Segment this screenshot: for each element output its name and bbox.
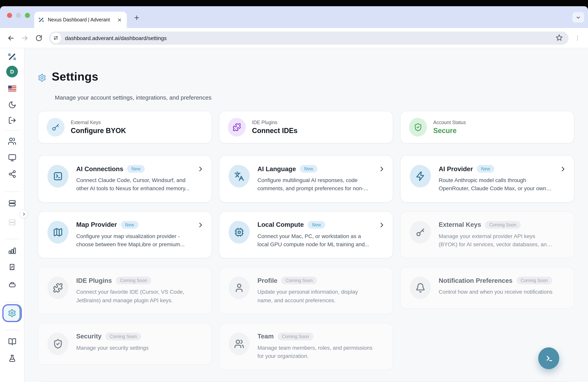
reload-button[interactable] xyxy=(33,32,45,44)
puzzle-icon xyxy=(47,277,68,299)
shield-check-icon xyxy=(409,118,427,137)
close-window-button[interactable] xyxy=(7,13,12,18)
new-badge: New xyxy=(300,165,317,173)
coming-soon-badge: Coming Soon xyxy=(516,277,552,285)
sidebar-divider xyxy=(5,191,19,192)
card-description: Configure multilingual AI responses, cod… xyxy=(257,176,383,193)
user-avatar[interactable]: D xyxy=(6,66,18,77)
tab-title: Nexus Dashboard | Adverant xyxy=(48,17,116,22)
site-settings-icon[interactable] xyxy=(51,33,61,43)
terminal-prompt-icon xyxy=(544,354,553,363)
zap-icon xyxy=(410,165,431,188)
card-title: External Keys xyxy=(439,221,481,228)
coming-soon-badge: Coming Soon xyxy=(105,333,141,340)
browser-tabstrip: Nexus Dashboard | Adverant xyxy=(0,6,588,28)
settings-card-security: Security Coming Soon Manage your securit… xyxy=(38,323,212,365)
nexus-logo-icon[interactable] xyxy=(7,52,17,62)
back-button[interactable] xyxy=(5,32,17,44)
coming-soon-badge: Coming Soon xyxy=(278,333,313,340)
settings-card-local-compute[interactable]: Local Compute New Connect your Mac, PC, … xyxy=(219,211,393,258)
browser-window: Nexus Dashboard | Adverant xyxy=(0,0,588,382)
card-title: Security xyxy=(76,333,102,340)
new-badge: New xyxy=(127,165,145,173)
tab-close-icon[interactable] xyxy=(116,17,123,23)
minimize-window-button[interactable] xyxy=(16,13,21,18)
summary-cards-row: External Keys Configure BYOK IDE Plugins… xyxy=(38,111,574,144)
bar-chart-nav-icon[interactable] xyxy=(7,245,17,255)
chevron-right-icon xyxy=(378,166,385,172)
coming-soon-badge: Coming Soon xyxy=(116,277,151,285)
card-description: Manage your external provider API keys (… xyxy=(439,232,565,249)
chevron-right-icon xyxy=(197,222,204,228)
settings-gear-icon xyxy=(8,309,16,318)
settings-card-ai-connections[interactable]: AI Connections New Connect Claude Code, … xyxy=(38,155,212,202)
chevron-right-icon xyxy=(378,222,385,228)
graph-share-nav-icon[interactable] xyxy=(7,169,17,179)
terminal-square-icon xyxy=(47,165,68,188)
page-subtitle: Manage your account settings, integratio… xyxy=(55,94,574,101)
users-icon xyxy=(229,333,250,355)
app-root: D xyxy=(0,48,588,382)
new-badge: New xyxy=(121,221,138,229)
desktop-top-strip xyxy=(0,0,588,6)
card-title: AI Provider xyxy=(439,165,473,172)
browser-toolbar: dashboard.adverant.ai/dashboard/settings xyxy=(0,28,588,48)
new-tab-button[interactable] xyxy=(131,12,142,22)
monitor-nav-icon[interactable] xyxy=(7,152,17,163)
zoom-window-button[interactable] xyxy=(25,13,30,18)
browser-menu-icon[interactable] xyxy=(572,32,583,44)
card-title: Team xyxy=(257,333,274,340)
flask-nav-icon[interactable] xyxy=(7,353,17,363)
sidebar-item-settings-active[interactable] xyxy=(2,304,22,322)
settings-card-ai-provider[interactable]: AI Provider New Route Anthropic model ca… xyxy=(400,155,574,202)
settings-card-external-keys: External Keys Coming Soon Manage your ex… xyxy=(400,211,574,258)
dark-mode-moon-icon[interactable] xyxy=(7,100,17,110)
sidebar-divider xyxy=(5,130,19,131)
chevron-right-icon xyxy=(560,166,566,172)
summary-card-account-status[interactable]: Account Status Secure xyxy=(400,111,574,144)
summary-card-ide-plugins[interactable]: IDE Plugins Connect IDEs xyxy=(219,111,393,144)
us-flag-icon[interactable] xyxy=(7,83,17,93)
settings-card-map-provider[interactable]: Map Provider New Configure your map visu… xyxy=(38,211,212,258)
map-icon xyxy=(47,221,68,243)
settings-page: Settings Manage your account settings, i… xyxy=(24,48,588,382)
card-title: Map Provider xyxy=(76,221,117,228)
summary-card-external-keys[interactable]: External Keys Configure BYOK xyxy=(38,111,212,144)
card-description: Control how and when you receive notific… xyxy=(439,288,565,297)
languages-icon xyxy=(229,165,250,188)
book-open-nav-icon[interactable] xyxy=(7,337,17,347)
page-title: Settings xyxy=(52,70,98,83)
summary-label: Account Status xyxy=(433,120,466,125)
bag-nav-icon[interactable] xyxy=(7,279,17,289)
forward-button[interactable] xyxy=(19,32,31,44)
server-nav-icon[interactable] xyxy=(7,198,17,208)
card-description: Manage team members, roles, and permissi… xyxy=(257,344,383,361)
tab-search-chevron-icon[interactable] xyxy=(572,12,584,22)
address-bar[interactable]: dashboard.adverant.ai/dashboard/settings xyxy=(49,31,568,44)
coming-soon-badge: Coming Soon xyxy=(281,277,317,285)
url-text: dashboard.adverant.ai/dashboard/settings xyxy=(65,35,555,41)
settings-header-gear-icon xyxy=(38,74,46,82)
key-icon xyxy=(410,221,431,243)
sidebar-expand-button[interactable] xyxy=(20,210,28,218)
nexus-favicon-icon xyxy=(38,17,44,23)
card-description: Configure your map visualization provide… xyxy=(76,232,202,249)
receipt-percent-nav-icon[interactable] xyxy=(7,262,17,272)
page-header: Settings xyxy=(38,62,574,91)
browser-tab[interactable]: Nexus Dashboard | Adverant xyxy=(34,12,127,28)
settings-card-ai-language[interactable]: AI Language New Configure multilingual A… xyxy=(219,155,393,202)
key-icon xyxy=(47,118,64,137)
users-nav-icon[interactable] xyxy=(7,136,17,146)
terminal-fab-button[interactable] xyxy=(538,347,559,369)
summary-label: IDE Plugins xyxy=(252,120,297,125)
bookmark-star-icon[interactable] xyxy=(555,34,564,42)
card-title: AI Language xyxy=(257,165,296,172)
logout-icon[interactable] xyxy=(7,115,17,125)
settings-cards-grid: AI Connections New Connect Claude Code, … xyxy=(38,155,574,370)
card-description: Connect Claude Code, Cursor, Windsurf, a… xyxy=(76,176,202,193)
server-disabled-nav-icon xyxy=(7,217,17,227)
card-title: AI Connections xyxy=(76,165,123,172)
new-badge: New xyxy=(477,165,494,173)
settings-card-notification-preferences: Notification Preferences Coming Soon Con… xyxy=(400,267,574,309)
card-description: Manage your security settings xyxy=(76,344,202,352)
